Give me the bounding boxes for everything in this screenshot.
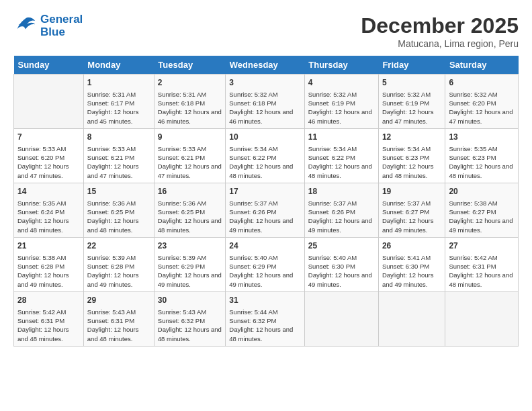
calendar-cell: 17 Sunrise: 5:37 AM Sunset: 6:26 PM Dayl…	[226, 183, 305, 237]
cell-info: Sunrise: 5:39 AM Sunset: 6:29 PM Dayligh…	[158, 253, 222, 289]
cell-info: Sunrise: 5:37 AM Sunset: 6:26 PM Dayligh…	[229, 199, 301, 234]
cell-info: Sunrise: 5:42 AM Sunset: 6:31 PM Dayligh…	[17, 308, 80, 343]
cell-info: Sunrise: 5:36 AM Sunset: 6:25 PM Dayligh…	[87, 199, 150, 234]
calendar-header-row: SundayMondayTuesdayWednesdayThursdayFrid…	[14, 56, 519, 75]
day-number: 18	[308, 186, 375, 197]
day-number: 5	[382, 77, 441, 89]
header-friday: Friday	[378, 56, 445, 75]
calendar-cell: 25 Sunrise: 5:40 AM Sunset: 6:30 PM Dayl…	[304, 237, 378, 291]
logo-text: General Blue	[40, 13, 83, 38]
cell-info: Sunrise: 5:40 AM Sunset: 6:29 PM Dayligh…	[229, 253, 301, 289]
calendar-cell: 21 Sunrise: 5:38 AM Sunset: 6:28 PM Dayl…	[14, 237, 84, 291]
calendar-subtitle: Matucana, Lima region, Peru	[361, 38, 519, 49]
calendar-cell	[304, 291, 378, 346]
cell-info: Sunrise: 5:38 AM Sunset: 6:27 PM Dayligh…	[449, 199, 515, 234]
day-number: 23	[158, 240, 222, 252]
calendar-cell: 20 Sunrise: 5:38 AM Sunset: 6:27 PM Dayl…	[445, 183, 519, 237]
calendar-cell: 23 Sunrise: 5:39 AM Sunset: 6:29 PM Dayl…	[154, 237, 225, 291]
calendar-cell: 2 Sunrise: 5:31 AM Sunset: 6:18 PM Dayli…	[154, 75, 225, 129]
calendar-cell: 16 Sunrise: 5:36 AM Sunset: 6:25 PM Dayl…	[154, 183, 225, 237]
day-number: 1	[87, 77, 150, 89]
day-number: 4	[308, 77, 375, 89]
day-number: 2	[158, 77, 222, 89]
calendar-cell: 5 Sunrise: 5:32 AM Sunset: 6:19 PM Dayli…	[378, 75, 445, 129]
calendar-week-5: 28 Sunrise: 5:42 AM Sunset: 6:31 PM Dayl…	[14, 291, 519, 346]
cell-info: Sunrise: 5:32 AM Sunset: 6:19 PM Dayligh…	[382, 90, 441, 126]
calendar-cell: 3 Sunrise: 5:32 AM Sunset: 6:18 PM Dayli…	[226, 75, 305, 129]
calendar-title: December 2025	[361, 13, 519, 38]
day-number: 15	[87, 186, 150, 197]
day-number: 13	[449, 132, 515, 143]
day-number: 26	[382, 240, 441, 252]
day-number: 20	[449, 186, 515, 197]
cell-info: Sunrise: 5:32 AM Sunset: 6:18 PM Dayligh…	[229, 90, 301, 126]
day-number: 21	[17, 240, 80, 252]
calendar-week-3: 14 Sunrise: 5:35 AM Sunset: 6:24 PM Dayl…	[14, 183, 519, 237]
cell-info: Sunrise: 5:34 AM Sunset: 6:23 PM Dayligh…	[382, 144, 441, 180]
calendar-cell: 10 Sunrise: 5:34 AM Sunset: 6:22 PM Dayl…	[226, 128, 305, 183]
cell-info: Sunrise: 5:38 AM Sunset: 6:28 PM Dayligh…	[17, 253, 80, 289]
cell-info: Sunrise: 5:43 AM Sunset: 6:31 PM Dayligh…	[87, 308, 150, 343]
day-number: 11	[308, 132, 375, 143]
calendar-cell: 14 Sunrise: 5:35 AM Sunset: 6:24 PM Dayl…	[14, 183, 84, 237]
cell-info: Sunrise: 5:40 AM Sunset: 6:30 PM Dayligh…	[308, 253, 375, 289]
day-number: 12	[382, 132, 441, 143]
cell-info: Sunrise: 5:37 AM Sunset: 6:26 PM Dayligh…	[308, 199, 375, 234]
day-number: 17	[229, 186, 301, 197]
calendar-cell: 27 Sunrise: 5:42 AM Sunset: 6:31 PM Dayl…	[445, 237, 519, 291]
day-number: 28	[17, 295, 80, 306]
cell-info: Sunrise: 5:33 AM Sunset: 6:21 PM Dayligh…	[158, 144, 222, 180]
day-number: 8	[87, 132, 150, 143]
header-saturday: Saturday	[445, 56, 519, 75]
cell-info: Sunrise: 5:42 AM Sunset: 6:31 PM Dayligh…	[449, 253, 515, 289]
cell-info: Sunrise: 5:36 AM Sunset: 6:25 PM Dayligh…	[158, 199, 222, 234]
day-number: 10	[229, 132, 301, 143]
day-number: 24	[229, 240, 301, 252]
cell-info: Sunrise: 5:34 AM Sunset: 6:22 PM Dayligh…	[229, 144, 301, 180]
calendar-week-2: 7 Sunrise: 5:33 AM Sunset: 6:20 PM Dayli…	[14, 128, 519, 183]
cell-info: Sunrise: 5:43 AM Sunset: 6:32 PM Dayligh…	[158, 308, 222, 343]
calendar-cell: 19 Sunrise: 5:37 AM Sunset: 6:27 PM Dayl…	[378, 183, 445, 237]
logo: General Blue	[13, 13, 83, 38]
day-number: 19	[382, 186, 441, 197]
cell-info: Sunrise: 5:33 AM Sunset: 6:20 PM Dayligh…	[17, 144, 80, 180]
calendar-cell: 13 Sunrise: 5:35 AM Sunset: 6:23 PM Dayl…	[445, 128, 519, 183]
calendar-cell: 28 Sunrise: 5:42 AM Sunset: 6:31 PM Dayl…	[14, 291, 84, 346]
calendar-cell: 6 Sunrise: 5:32 AM Sunset: 6:20 PM Dayli…	[445, 75, 519, 129]
day-number: 27	[449, 240, 515, 252]
cell-info: Sunrise: 5:44 AM Sunset: 6:32 PM Dayligh…	[229, 308, 301, 343]
calendar-cell: 26 Sunrise: 5:41 AM Sunset: 6:30 PM Dayl…	[378, 237, 445, 291]
calendar-cell: 8 Sunrise: 5:33 AM Sunset: 6:21 PM Dayli…	[83, 128, 154, 183]
cell-info: Sunrise: 5:31 AM Sunset: 6:18 PM Dayligh…	[158, 90, 222, 126]
day-number: 30	[158, 295, 222, 306]
calendar-cell: 24 Sunrise: 5:40 AM Sunset: 6:29 PM Dayl…	[226, 237, 305, 291]
header-tuesday: Tuesday	[154, 56, 225, 75]
day-number: 16	[158, 186, 222, 197]
day-number: 31	[229, 295, 301, 306]
header-sunday: Sunday	[14, 56, 84, 75]
cell-info: Sunrise: 5:32 AM Sunset: 6:20 PM Dayligh…	[449, 90, 515, 126]
day-number: 29	[87, 295, 150, 306]
calendar-week-4: 21 Sunrise: 5:38 AM Sunset: 6:28 PM Dayl…	[14, 237, 519, 291]
calendar-cell: 9 Sunrise: 5:33 AM Sunset: 6:21 PM Dayli…	[154, 128, 225, 183]
day-number: 3	[229, 77, 301, 89]
calendar-cell: 30 Sunrise: 5:43 AM Sunset: 6:32 PM Dayl…	[154, 291, 225, 346]
day-number: 25	[308, 240, 375, 252]
cell-info: Sunrise: 5:31 AM Sunset: 6:17 PM Dayligh…	[87, 90, 150, 126]
cell-info: Sunrise: 5:35 AM Sunset: 6:24 PM Dayligh…	[17, 199, 80, 234]
calendar-cell	[378, 291, 445, 346]
header-thursday: Thursday	[304, 56, 378, 75]
calendar-cell: 18 Sunrise: 5:37 AM Sunset: 6:26 PM Dayl…	[304, 183, 378, 237]
calendar-cell: 11 Sunrise: 5:34 AM Sunset: 6:22 PM Dayl…	[304, 128, 378, 183]
calendar-cell: 15 Sunrise: 5:36 AM Sunset: 6:25 PM Dayl…	[83, 183, 154, 237]
calendar-cell: 12 Sunrise: 5:34 AM Sunset: 6:23 PM Dayl…	[378, 128, 445, 183]
calendar-cell: 4 Sunrise: 5:32 AM Sunset: 6:19 PM Dayli…	[304, 75, 378, 129]
calendar-cell	[445, 291, 519, 346]
logo-bird-icon	[13, 16, 38, 36]
calendar-cell: 22 Sunrise: 5:39 AM Sunset: 6:28 PM Dayl…	[83, 237, 154, 291]
calendar-cell: 29 Sunrise: 5:43 AM Sunset: 6:31 PM Dayl…	[83, 291, 154, 346]
calendar-cell	[14, 75, 84, 129]
header-monday: Monday	[83, 56, 154, 75]
cell-info: Sunrise: 5:33 AM Sunset: 6:21 PM Dayligh…	[87, 144, 150, 180]
cell-info: Sunrise: 5:39 AM Sunset: 6:28 PM Dayligh…	[87, 253, 150, 289]
